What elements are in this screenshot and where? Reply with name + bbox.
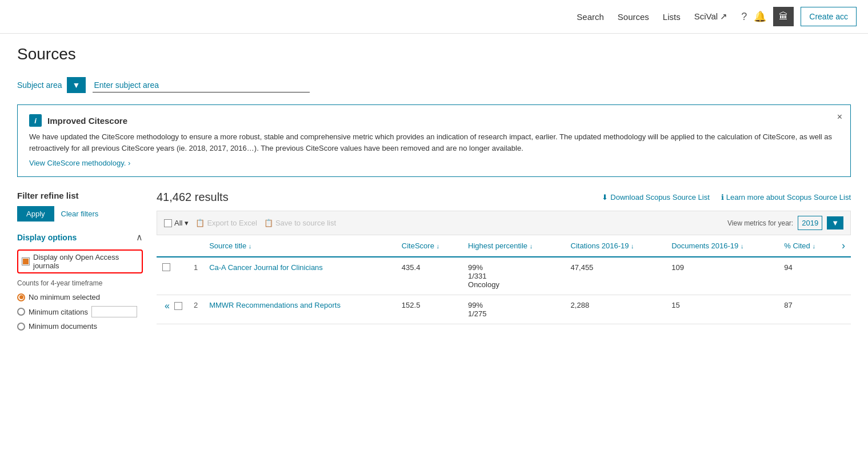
filter-actions: Apply Clear filters: [17, 206, 143, 222]
year-select[interactable]: 2019: [798, 216, 822, 230]
nav-sources[interactable]: Sources: [618, 12, 649, 22]
sort-arrow-pct-cited: ↓: [812, 243, 815, 249]
select-all-checkbox[interactable]: All ▾: [164, 219, 189, 227]
main-content: Sources Subject area ▼ i Improved Citesc…: [0, 34, 868, 347]
toolbar-right: View metrics for year: 2019 ▼: [727, 216, 843, 230]
export-excel-button[interactable]: 📋 Export to Excel: [195, 219, 257, 227]
year-dropdown-button[interactable]: ▼: [827, 216, 843, 230]
all-label: All: [174, 219, 182, 227]
info-banner-header: i Improved Citescore: [29, 114, 839, 127]
row-2-expand-button[interactable]: «: [162, 301, 172, 311]
th-citescore[interactable]: CiteScore ↓: [396, 235, 462, 257]
radio-minimum-citations[interactable]: Minimum citations: [17, 306, 143, 317]
info-banner-close-button[interactable]: ×: [837, 112, 842, 122]
save-to-source-list-button[interactable]: 📋 Save to source list: [264, 219, 336, 227]
th-citations[interactable]: Citations 2016-19 ↓: [565, 235, 666, 257]
th-pct-cited[interactable]: % Cited ↓: [778, 235, 836, 257]
download-source-list-link[interactable]: ⬇ Download Scopus Source List: [602, 193, 709, 202]
row-1-checkbox[interactable]: [162, 263, 170, 271]
radio-minimum-documents-circle: [17, 323, 25, 331]
bell-icon[interactable]: 🔔: [754, 10, 766, 23]
row-1-percentile: 99% 1/331 Oncology: [462, 257, 565, 295]
row-2-checkbox[interactable]: [174, 302, 182, 310]
highest-percentile-header: Highest percentile: [468, 241, 527, 250]
results-actions: ⬇ Download Scopus Source List ℹ Learn mo…: [602, 193, 851, 202]
collapse-icon[interactable]: ∧: [136, 232, 143, 243]
subject-area-dropdown[interactable]: ▼: [67, 77, 86, 93]
results-header: 41,462 results ⬇ Download Scopus Source …: [157, 191, 851, 204]
create-account-button[interactable]: Create acc: [801, 7, 857, 26]
radio-minimum-documents[interactable]: Minimum documents: [17, 322, 143, 331]
radio-no-minimum[interactable]: No minimum selected: [17, 293, 143, 301]
sort-arrow-citescore: ↓: [437, 243, 440, 249]
help-icon[interactable]: ?: [741, 11, 747, 23]
row-1-num: 1: [188, 257, 203, 295]
oa-label: Display only Open Access journals: [33, 253, 138, 270]
row-2-title-link[interactable]: MMWR Recommendations and Reports: [209, 301, 341, 309]
citations-header: Citations 2016-19: [571, 241, 629, 250]
chevron-down-icon: ▾: [185, 219, 189, 227]
oa-checkbox[interactable]: [22, 257, 30, 265]
sidebar: Filter refine list Apply Clear filters D…: [17, 191, 143, 335]
results-area: 41,462 results ⬇ Download Scopus Source …: [157, 191, 851, 335]
subject-area-input[interactable]: [93, 78, 310, 92]
content-area: Filter refine list Apply Clear filters D…: [17, 191, 851, 335]
sort-arrow-documents: ↓: [741, 243, 744, 249]
main-nav: Search Sources Lists SciVal ↗: [577, 11, 727, 22]
sort-arrow-percentile: ↓: [530, 243, 533, 249]
results-count: 41,462 results: [157, 191, 229, 204]
oa-checkbox-inner: [23, 259, 29, 264]
oa-checkbox-row[interactable]: Display only Open Access journals: [17, 249, 143, 273]
header-icons: ? 🔔 🏛 Create acc: [741, 7, 857, 26]
radio-minimum-citations-label: Minimum citations: [29, 308, 88, 316]
counts-label: Counts for 4-year timeframe: [17, 279, 143, 287]
th-num: [188, 235, 203, 257]
info-icon: i: [29, 114, 42, 127]
sort-arrow-title: ↓: [249, 243, 252, 249]
info-banner: i Improved Citescore We have updated the…: [17, 104, 851, 177]
institution-icon[interactable]: 🏛: [773, 7, 794, 26]
row-1-citescore: 435.4: [396, 257, 462, 295]
row-2-pct-cited: 87: [778, 295, 836, 324]
citescore-methodology-link[interactable]: View CiteScore methodology. ›: [29, 159, 130, 167]
nav-search[interactable]: Search: [577, 12, 604, 22]
row-2-num: 2: [188, 295, 203, 324]
source-title-header: Source title: [209, 241, 246, 250]
row-2-title-cell: MMWR Recommendations and Reports: [203, 295, 396, 324]
th-checkbox: [157, 235, 188, 257]
learn-more-link[interactable]: ℹ Learn more about Scopus Source List: [721, 193, 851, 202]
row-1-documents: 109: [666, 257, 778, 295]
th-source-title[interactable]: Source title ↓: [203, 235, 396, 257]
radio-no-minimum-circle: [17, 293, 25, 301]
row-2-citations: 2,288: [565, 295, 666, 324]
metrics-label: View metrics for year:: [727, 219, 793, 227]
row-1-title-cell: Ca-A Cancer Journal for Clinicians: [203, 257, 396, 295]
info-banner-text: We have updated the CiteScore methodolog…: [29, 131, 839, 154]
learn-icon: ℹ: [721, 193, 724, 202]
nav-scival[interactable]: SciVal ↗: [694, 11, 728, 22]
nav-lists[interactable]: Lists: [663, 12, 681, 22]
pct-cited-header: % Cited: [784, 241, 810, 250]
radio-minimum-citations-circle: [17, 308, 25, 316]
save-icon: 📋: [264, 219, 273, 227]
header: Search Sources Lists SciVal ↗ ? 🔔 🏛 Crea…: [0, 0, 868, 34]
minimum-citations-input[interactable]: [91, 306, 137, 317]
row-2-expand: [836, 295, 851, 324]
th-highest-percentile[interactable]: Highest percentile ↓: [462, 235, 565, 257]
clear-filters-link[interactable]: Clear filters: [61, 210, 99, 218]
toolbar: All ▾ 📋 Export to Excel 📋 Save to source…: [157, 211, 851, 235]
download-icon: ⬇: [602, 193, 608, 202]
row-1-title-link[interactable]: Ca-A Cancer Journal for Clinicians: [209, 263, 323, 272]
row-2-percentile: 99% 1/275: [462, 295, 565, 324]
save-label: Save to source list: [275, 219, 336, 227]
row-1-expand: [836, 257, 851, 295]
table-row: 1 Ca-A Cancer Journal for Clinicians 435…: [157, 257, 851, 295]
apply-button[interactable]: Apply: [17, 206, 54, 222]
radio-minimum-documents-label: Minimum documents: [29, 322, 97, 331]
row-1-citations: 47,455: [565, 257, 666, 295]
row-2-citescore: 152.5: [396, 295, 462, 324]
next-columns-button[interactable]: ›: [842, 240, 845, 252]
th-documents[interactable]: Documents 2016-19 ↓: [666, 235, 778, 257]
toolbar-left: All ▾ 📋 Export to Excel 📋 Save to source…: [164, 219, 336, 227]
export-icon: 📋: [195, 219, 205, 227]
